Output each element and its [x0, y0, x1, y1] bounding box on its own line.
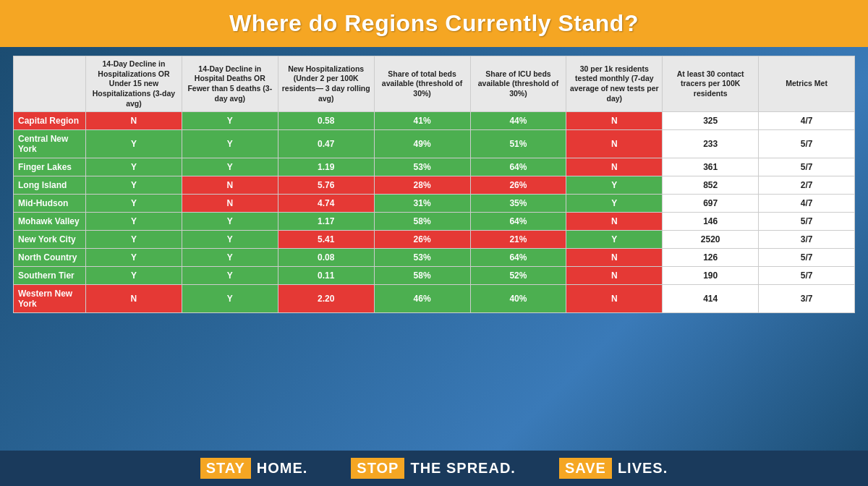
cell-6: Y	[566, 195, 663, 213]
cell-5: 21%	[470, 231, 566, 249]
region-name: Southern Tier	[14, 267, 86, 285]
region-name: Western New York	[14, 285, 86, 313]
cell-4: 53%	[374, 158, 470, 176]
cell-6: N	[566, 267, 663, 285]
cell-1: Y	[86, 267, 182, 285]
cell-8: 5/7	[759, 267, 855, 285]
col-header-3: New Hospitalizations (Under 2 per 100K r…	[278, 56, 374, 112]
cell-5: 44%	[470, 112, 566, 130]
cell-7: 325	[663, 112, 759, 130]
footer-highlight-3: SAVE	[559, 458, 612, 479]
cell-2: Y	[182, 231, 278, 249]
cell-3: 0.47	[278, 130, 374, 158]
cell-4: 46%	[374, 285, 470, 313]
cell-6: N	[566, 285, 663, 313]
cell-1: Y	[86, 213, 182, 231]
table-row: Western New YorkNY2.2046%40%N4143/7	[14, 285, 855, 313]
cell-4: 58%	[374, 213, 470, 231]
cell-1: Y	[86, 249, 182, 267]
title-bar: Where do Regions Currently Stand?	[0, 0, 868, 47]
data-table: 14-Day Decline in Hospitalizations OR Un…	[13, 56, 855, 313]
cell-3: 0.11	[278, 267, 374, 285]
col-header-7: At least 30 contact tracers per 100K res…	[663, 56, 759, 112]
cell-2: Y	[182, 285, 278, 313]
cell-5: 51%	[470, 130, 566, 158]
footer-highlight-2: STOP	[351, 458, 404, 479]
cell-1: N	[86, 112, 182, 130]
cell-4: 58%	[374, 267, 470, 285]
cell-2: Y	[182, 158, 278, 176]
table-header-row: 14-Day Decline in Hospitalizations OR Un…	[14, 56, 855, 112]
footer-text-2: THE SPREAD.	[410, 460, 515, 477]
region-name: Finger Lakes	[14, 158, 86, 176]
cell-4: 26%	[374, 231, 470, 249]
footer-highlight-1: STAY	[200, 458, 251, 479]
cell-4: 28%	[374, 176, 470, 195]
cell-7: 146	[663, 213, 759, 231]
table-row: Mid-HudsonYN4.7431%35%Y6974/7	[14, 195, 855, 213]
cell-8: 4/7	[759, 112, 855, 130]
cell-3: 1.17	[278, 213, 374, 231]
footer-phrase-1: STAY HOME.	[200, 458, 308, 479]
cell-8: 3/7	[759, 231, 855, 249]
region-name: Mohawk Valley	[14, 213, 86, 231]
cell-7: 852	[663, 176, 759, 195]
cell-5: 64%	[470, 213, 566, 231]
cell-6: N	[566, 249, 663, 267]
cell-1: Y	[86, 231, 182, 249]
cell-5: 35%	[470, 195, 566, 213]
cell-3: 0.58	[278, 112, 374, 130]
cell-2: Y	[182, 130, 278, 158]
region-name: Mid-Hudson	[14, 195, 86, 213]
cell-1: Y	[86, 158, 182, 176]
table-row: Long IslandYN5.7628%26%Y8522/7	[14, 176, 855, 195]
cell-6: N	[566, 213, 663, 231]
col-header-region	[14, 56, 86, 112]
cell-2: Y	[182, 249, 278, 267]
cell-1: Y	[86, 176, 182, 195]
cell-3: 5.41	[278, 231, 374, 249]
col-header-5: Share of ICU beds available (threshold o…	[470, 56, 566, 112]
region-name: Capital Region	[14, 112, 86, 130]
table-row: Southern TierYY0.1158%52%N1905/7	[14, 267, 855, 285]
footer-text-1: HOME.	[257, 460, 308, 477]
table-row: Capital RegionNY0.5841%44%N3254/7	[14, 112, 855, 130]
cell-8: 2/7	[759, 176, 855, 195]
col-header-6: 30 per 1k residents tested monthly (7-da…	[566, 56, 663, 112]
cell-2: Y	[182, 213, 278, 231]
table-row: Finger LakesYY1.1953%64%N3615/7	[14, 158, 855, 176]
cell-7: 190	[663, 267, 759, 285]
table-row: Mohawk ValleyYY1.1758%64%N1465/7	[14, 213, 855, 231]
col-header-4: Share of total beds available (threshold…	[374, 56, 470, 112]
page-title: Where do Regions Currently Stand?	[14, 10, 854, 37]
cell-6: N	[566, 130, 663, 158]
cell-2: N	[182, 195, 278, 213]
cell-5: 64%	[470, 249, 566, 267]
cell-3: 1.19	[278, 158, 374, 176]
cell-6: N	[566, 158, 663, 176]
table-row: Central New YorkYY0.4749%51%N2335/7	[14, 130, 855, 158]
cell-4: 49%	[374, 130, 470, 158]
cell-7: 697	[663, 195, 759, 213]
cell-6: Y	[566, 231, 663, 249]
cell-3: 2.20	[278, 285, 374, 313]
cell-2: N	[182, 176, 278, 195]
cell-5: 26%	[470, 176, 566, 195]
cell-1: Y	[86, 130, 182, 158]
cell-7: 233	[663, 130, 759, 158]
cell-1: Y	[86, 195, 182, 213]
cell-7: 414	[663, 285, 759, 313]
cell-2: Y	[182, 267, 278, 285]
main-container: Where do Regions Currently Stand? 14-Day…	[0, 0, 868, 486]
cell-8: 5/7	[759, 249, 855, 267]
region-name: New York City	[14, 231, 86, 249]
cell-5: 52%	[470, 267, 566, 285]
cell-7: 361	[663, 158, 759, 176]
col-header-2: 14-Day Decline in Hospital Deaths OR Few…	[182, 56, 278, 112]
cell-3: 0.08	[278, 249, 374, 267]
cell-1: N	[86, 285, 182, 313]
cell-8: 4/7	[759, 195, 855, 213]
cell-8: 5/7	[759, 158, 855, 176]
col-header-1: 14-Day Decline in Hospitalizations OR Un…	[86, 56, 182, 112]
cell-4: 53%	[374, 249, 470, 267]
